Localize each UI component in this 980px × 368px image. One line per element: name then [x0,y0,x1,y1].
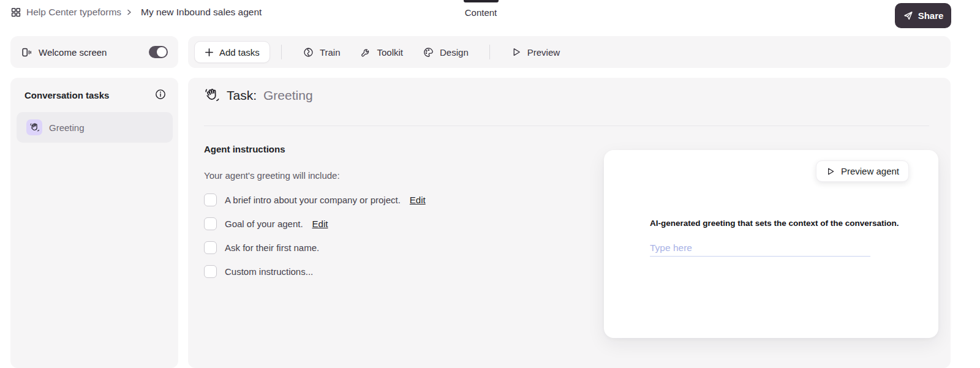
checkbox-brief-intro[interactable] [204,193,217,206]
edit-link[interactable]: Edit [312,219,328,229]
conversation-tasks-panel: Conversation tasks [10,78,178,368]
checklist-item-label: Goal of your agent. [225,219,303,229]
conversation-tasks-title: Conversation tasks [24,90,109,100]
info-icon[interactable] [154,88,167,102]
brain-icon [303,47,314,58]
toggle-knob [157,47,167,57]
welcome-screen-toggle[interactable] [149,46,168,58]
task-header-name: Greeting [263,88,313,103]
toolkit-button[interactable]: Toolkit [350,47,413,58]
instructions-intro: Your agent's greeting will include: [204,170,340,181]
breadcrumb: Help Center typeforms My new Inbound sal… [10,7,262,18]
preview-button[interactable]: Preview [501,47,570,58]
wave-hand-icon [29,122,40,133]
agent-preview-card: Preview agent AI-generated greeting that… [604,150,938,338]
palette-icon [423,47,434,58]
checklist-item: Goal of your agent. Edit [204,217,426,230]
toolbar-divider [281,45,282,59]
send-icon [903,10,913,21]
breadcrumb-workspace[interactable]: Help Center typeforms [26,7,121,18]
header-divider [204,126,929,126]
app-window: Help Center typeforms My new Inbound sal… [0,0,980,368]
preview-label: Preview [527,47,560,58]
workspace-grid-icon[interactable] [10,7,21,18]
play-icon [826,167,835,176]
welcome-screen-card: Welcome screen [10,36,178,68]
design-button[interactable]: Design [413,47,478,58]
checklist-item-label: Custom instructions... [225,266,313,277]
checkbox-goal[interactable] [204,217,217,230]
task-list-item-greeting[interactable]: Greeting [17,112,173,143]
checklist-item: A brief intro about your company or proj… [204,193,426,206]
add-tasks-label: Add tasks [219,47,260,58]
checkbox-first-name[interactable] [204,241,217,254]
instructions-checklist: A brief intro about your company or proj… [204,193,426,278]
ai-greeting-description: AI-generated greeting that sets the cont… [650,219,899,228]
active-tab-indicator [464,0,499,2]
checklist-item: Custom instructions... [204,265,426,278]
welcome-screen-icon [21,47,32,58]
welcome-screen-label: Welcome screen [39,47,143,58]
preview-answer-input[interactable] [650,239,870,257]
play-icon [511,47,522,58]
add-tasks-button[interactable]: Add tasks [194,41,270,63]
share-button-label: Share [918,10,944,21]
edit-link[interactable]: Edit [410,195,426,205]
checkbox-custom-instructions[interactable] [204,265,217,278]
task-list-item-label: Greeting [49,122,85,133]
tab-content[interactable]: Content [454,0,507,18]
checklist-item: Ask for their first name. [204,241,426,254]
task-header: Task: Greeting [204,88,313,103]
toolkit-label: Toolkit [377,47,404,58]
toolbar-divider [489,45,490,59]
design-label: Design [440,47,469,58]
wrench-icon [360,47,372,58]
agent-instructions-title: Agent instructions [204,144,285,154]
train-label: Train [320,47,341,58]
checklist-item-label: A brief intro about your company or proj… [225,195,401,205]
task-editor-panel: Task: Greeting Agent instructions Your a… [188,78,951,368]
top-bar: Help Center typeforms My new Inbound sal… [0,0,980,28]
checklist-item-label: Ask for their first name. [225,242,319,253]
train-button[interactable]: Train [293,47,350,58]
preview-agent-button[interactable]: Preview agent [816,160,909,182]
share-button[interactable]: Share [895,3,951,28]
wave-hand-icon [204,88,220,103]
preview-agent-button-label: Preview agent [841,166,899,176]
task-chip [26,119,42,135]
form-title[interactable]: My new Inbound sales agent [141,7,262,18]
chevron-right-icon [126,9,132,15]
tab-content-label: Content [454,7,507,18]
builder-toolbar: Add tasks Train Toolkit [188,36,951,68]
task-header-prefix: Task: [227,88,257,103]
plus-icon [205,48,214,57]
